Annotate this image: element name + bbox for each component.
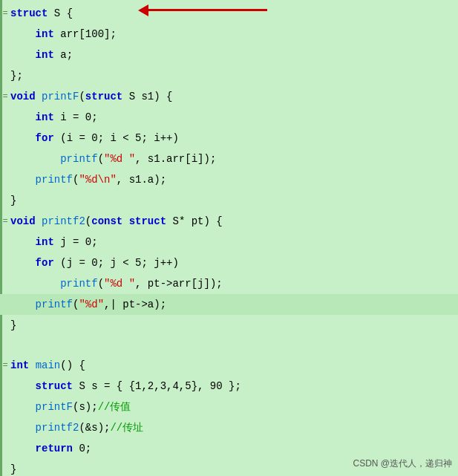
indent xyxy=(10,28,36,40)
token-plain: ( xyxy=(79,91,85,102)
code-line: =struct S { xyxy=(0,3,458,24)
code-content: int a; xyxy=(10,45,73,65)
token-kw: const xyxy=(91,215,122,227)
token-fn: printf2 xyxy=(36,422,79,434)
token-plain: a; xyxy=(54,49,73,61)
token-plain: j = 0; xyxy=(54,236,98,248)
token-plain: S { xyxy=(48,7,73,19)
indent xyxy=(10,443,36,454)
code-content: for (j = 0; j < 5; j++) xyxy=(10,253,179,273)
token-plain: ( xyxy=(85,215,91,227)
token-str: "%d" xyxy=(79,299,104,310)
token-plain: (i = 0; i < 5; i++) xyxy=(54,132,179,144)
token-plain: , s1.arr[i]); xyxy=(135,153,216,165)
token-comment: //传值 xyxy=(98,401,131,413)
token-kw: void xyxy=(10,215,36,227)
token-plain: S s1) { xyxy=(122,91,172,102)
code-content: int j = 0; xyxy=(10,232,98,252)
token-plain: (s); xyxy=(73,401,98,413)
indent xyxy=(10,132,36,144)
token-plain xyxy=(36,91,42,102)
code-content: int arr[100]; xyxy=(10,25,117,44)
code-line: printF(s);//传值 xyxy=(0,397,458,417)
token-fn: main xyxy=(36,359,61,371)
indent xyxy=(10,49,36,61)
token-plain: (&s); xyxy=(79,422,110,434)
token-plain: arr[100]; xyxy=(54,28,117,40)
token-fn: printf xyxy=(36,299,73,310)
token-fn: printF xyxy=(36,401,73,413)
token-str: "%d " xyxy=(104,278,135,290)
token-plain: , pt->arr[j]); xyxy=(135,278,223,290)
code-content: void printF(struct S s1) { xyxy=(10,87,172,106)
code-line: =void printF(struct S s1) { xyxy=(0,86,458,107)
token-plain: 0; xyxy=(73,443,91,454)
token-kw: int xyxy=(10,359,29,371)
token-kw: struct xyxy=(10,7,48,19)
indent xyxy=(10,236,36,248)
token-plain: () { xyxy=(60,359,85,371)
code-content: int i = 0; xyxy=(10,108,98,127)
code-line: int j = 0; xyxy=(0,232,458,252)
code-content: struct S { xyxy=(10,4,73,23)
token-plain: S* pt) { xyxy=(166,215,223,227)
token-plain: (j = 0; j < 5; j++) xyxy=(54,257,179,269)
fold-gutter[interactable]: = xyxy=(0,8,10,19)
code-line xyxy=(0,336,458,355)
token-plain: ( xyxy=(98,278,104,290)
token-kw: void xyxy=(10,91,36,102)
code-line: printf("%d ", pt->arr[j]); xyxy=(0,273,458,294)
indent xyxy=(10,174,36,186)
watermark: CSDN @迭代人，递归神 xyxy=(353,457,452,470)
code-line: struct S s = { {1,2,3,4,5}, 90 }; xyxy=(0,376,458,397)
code-line: int a; xyxy=(0,45,458,65)
indent xyxy=(10,111,36,123)
code-line: return 0; xyxy=(0,438,458,459)
code-line: printf("%d\n", s1.a); xyxy=(0,169,458,190)
code-line: }; xyxy=(0,65,458,86)
code-line: printf("%d ", s1.arr[i]); xyxy=(0,149,458,169)
code-line: printf2(&s);//传址 xyxy=(0,417,458,438)
token-plain xyxy=(122,215,128,227)
code-line: for (i = 0; i < 5; i++) xyxy=(0,128,458,149)
indent xyxy=(10,422,36,434)
code-content: struct S s = { {1,2,3,4,5}, 90 }; xyxy=(10,376,241,396)
indent xyxy=(10,153,60,165)
token-plain: } xyxy=(10,463,16,475)
code-content: printf("%d ", pt->arr[j]); xyxy=(10,274,223,293)
indent xyxy=(10,380,36,392)
token-kw: return xyxy=(36,443,73,454)
token-kw: int xyxy=(36,111,54,123)
token-kw: int xyxy=(36,28,54,40)
code-content: return 0; xyxy=(10,439,91,458)
token-str: "%d " xyxy=(104,153,135,165)
token-plain: }; xyxy=(10,70,23,82)
code-content: printf2(&s);//传址 xyxy=(10,418,143,437)
token-plain: ,| pt->a); xyxy=(104,299,166,310)
token-fn: printF xyxy=(42,91,79,102)
code-line: int i = 0; xyxy=(0,107,458,128)
indent xyxy=(10,278,60,290)
indent xyxy=(10,401,36,413)
token-fn: printf xyxy=(36,174,73,186)
code-line: =void printf2(const struct S* pt) { xyxy=(0,211,458,232)
token-kw: struct xyxy=(36,380,73,392)
fold-gutter[interactable]: = xyxy=(0,360,10,371)
code-editor: =struct S { int arr[100]; int a;};=void … xyxy=(0,0,458,476)
code-line: printf("%d",| pt->a); xyxy=(0,294,458,315)
token-kw: struct xyxy=(129,215,166,227)
token-kw: struct xyxy=(85,91,122,102)
code-line: =int main() { xyxy=(0,355,458,376)
code-content: printF(s);//传值 xyxy=(10,397,131,417)
token-fn: printf2 xyxy=(42,215,85,227)
fold-gutter[interactable]: = xyxy=(0,216,10,226)
code-content: printf("%d ", s1.arr[i]); xyxy=(10,149,216,169)
code-content: printf("%d\n", s1.a); xyxy=(10,170,166,189)
fold-gutter[interactable]: = xyxy=(0,91,10,102)
code-content: }; xyxy=(10,66,23,85)
token-comment: //传址 xyxy=(110,422,143,434)
token-fn: printf xyxy=(60,278,97,290)
token-plain xyxy=(29,359,35,371)
indent xyxy=(10,257,36,269)
token-kw: int xyxy=(36,49,54,61)
